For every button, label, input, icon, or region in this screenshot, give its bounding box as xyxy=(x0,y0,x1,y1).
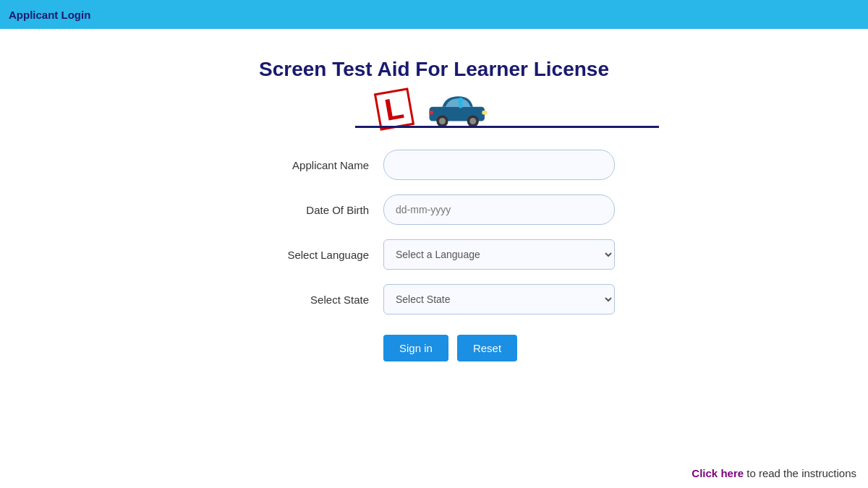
language-row: Select Language Select a Language Englis… xyxy=(253,239,615,270)
applicant-name-row: Applicant Name xyxy=(253,150,615,180)
form-container: Applicant Name Date Of Birth Select Lang… xyxy=(253,150,615,361)
dob-input[interactable] xyxy=(383,194,615,225)
car-illustration xyxy=(426,88,491,128)
header-title: Applicant Login xyxy=(9,9,90,21)
svg-point-2 xyxy=(439,118,446,124)
svg-point-5 xyxy=(458,98,463,103)
logo-area: L xyxy=(377,88,491,128)
state-label: Select State xyxy=(253,294,369,306)
svg-point-4 xyxy=(469,118,476,124)
state-row: Select State Select State Andhra Pradesh… xyxy=(253,284,615,314)
svg-rect-7 xyxy=(482,111,487,114)
svg-rect-6 xyxy=(459,103,462,108)
app-title: Screen Test Aid For Learner License xyxy=(259,58,609,81)
applicant-name-label: Applicant Name xyxy=(253,159,369,171)
signin-button[interactable]: Sign in xyxy=(383,335,448,361)
button-row: Sign in Reset xyxy=(253,335,615,361)
reset-button[interactable]: Reset xyxy=(457,335,517,361)
main-content: Screen Test Aid For Learner License L xyxy=(0,29,868,361)
dob-label: Date Of Birth xyxy=(253,204,369,216)
language-label: Select Language xyxy=(253,249,369,261)
header-bar: Applicant Login xyxy=(0,0,868,29)
dob-row: Date Of Birth xyxy=(253,194,615,225)
svg-rect-8 xyxy=(429,111,433,114)
title-underline xyxy=(355,126,659,128)
instructions-link[interactable]: Click here xyxy=(692,467,744,479)
language-select[interactable]: Select a Language English Hindi Tamil Te… xyxy=(383,239,615,270)
learner-badge: L xyxy=(374,87,414,130)
applicant-name-input[interactable] xyxy=(383,150,615,180)
footer-instructions: Click here to read the instructions xyxy=(692,467,856,479)
instructions-text: to read the instructions xyxy=(744,467,856,479)
state-select[interactable]: Select State Andhra Pradesh Delhi Gujara… xyxy=(383,284,615,314)
